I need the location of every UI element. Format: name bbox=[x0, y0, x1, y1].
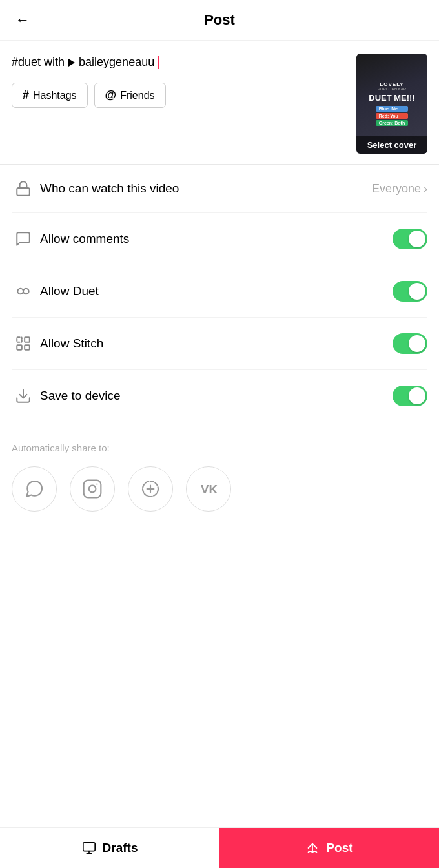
hashtags-button[interactable]: # Hashtags bbox=[12, 83, 88, 108]
thumb-labels: Blue: Me Red: You Green: Both bbox=[376, 106, 408, 126]
allow-comments-label: Allow comments bbox=[40, 232, 393, 246]
allow-stitch-item: Allow Stitch bbox=[12, 318, 427, 370]
caption-left: #duet with baileygeneauu # Hashtags @ Fr… bbox=[12, 54, 349, 108]
bottom-bar: Drafts Post bbox=[0, 827, 439, 868]
story-share-button[interactable] bbox=[128, 466, 173, 512]
toggle-thumb bbox=[409, 388, 425, 404]
save-to-device-label: Save to device bbox=[40, 389, 393, 403]
svg-rect-8 bbox=[84, 480, 101, 498]
stitch-icon bbox=[12, 335, 35, 352]
share-section: Automatically share to: bbox=[0, 422, 439, 524]
thumb-label-red: Red: You bbox=[376, 113, 408, 119]
caption-text[interactable]: #duet with baileygeneauu bbox=[12, 54, 349, 71]
video-thumbnail[interactable]: LOVELY POPCORN KAR DUET ME!!! Blue: Me R… bbox=[356, 54, 427, 154]
thumb-label-green: Green: Both bbox=[376, 120, 408, 126]
thumb-popcorn: POPCORN KAR bbox=[378, 87, 406, 91]
chevron-right-icon: › bbox=[424, 182, 427, 196]
drafts-icon bbox=[82, 841, 96, 855]
allow-comments-item: Allow comments bbox=[12, 213, 427, 265]
svg-rect-3 bbox=[17, 337, 22, 342]
comment-icon bbox=[12, 231, 35, 247]
save-to-device-item: Save to device bbox=[12, 370, 427, 422]
thumb-label-blue: Blue: Me bbox=[376, 106, 408, 112]
drafts-button[interactable]: Drafts bbox=[0, 828, 220, 868]
thumb-duet: DUET ME!!! bbox=[369, 94, 415, 103]
who-can-watch-value: Everyone bbox=[372, 182, 421, 196]
download-icon bbox=[12, 388, 35, 404]
svg-rect-14 bbox=[83, 843, 94, 851]
allow-duet-item: Allow Duet bbox=[12, 265, 427, 318]
select-cover-label[interactable]: Select cover bbox=[356, 136, 427, 154]
lock-icon bbox=[12, 180, 35, 197]
svg-rect-0 bbox=[17, 188, 30, 196]
settings-list: Who can watch this video Everyone › Allo… bbox=[0, 165, 439, 422]
play-icon bbox=[68, 59, 75, 67]
username: baileygeneauu bbox=[79, 54, 154, 71]
thumb-lovely: LOVELY bbox=[380, 81, 403, 87]
who-can-watch-item[interactable]: Who can watch this video Everyone › bbox=[12, 165, 427, 213]
page-title: Post bbox=[204, 12, 235, 28]
back-button[interactable]: ← bbox=[13, 9, 32, 31]
toggle-thumb bbox=[409, 283, 425, 300]
allow-duet-label: Allow Duet bbox=[40, 284, 393, 298]
share-title: Automatically share to: bbox=[12, 442, 427, 453]
friends-label: Friends bbox=[120, 90, 154, 101]
text-cursor bbox=[158, 56, 159, 69]
svg-point-2 bbox=[23, 289, 29, 294]
allow-comments-toggle[interactable] bbox=[393, 229, 427, 249]
post-icon bbox=[305, 841, 320, 855]
tag-buttons: # Hashtags @ Friends bbox=[12, 83, 349, 108]
share-icons: VK bbox=[12, 466, 427, 512]
post-button[interactable]: Post bbox=[220, 828, 439, 868]
instagram-share-button[interactable] bbox=[70, 466, 115, 512]
svg-rect-4 bbox=[25, 337, 30, 342]
svg-rect-5 bbox=[17, 345, 22, 350]
toggle-thumb bbox=[409, 335, 425, 352]
allow-stitch-label: Allow Stitch bbox=[40, 336, 393, 351]
vk-share-button[interactable]: VK bbox=[186, 466, 231, 512]
duet-prefix: #duet with bbox=[12, 54, 65, 71]
toggle-thumb bbox=[409, 231, 425, 247]
whatsapp-share-button[interactable] bbox=[12, 466, 57, 512]
post-label: Post bbox=[326, 841, 352, 855]
friends-button[interactable]: @ Friends bbox=[94, 83, 166, 108]
caption-area: #duet with baileygeneauu # Hashtags @ Fr… bbox=[0, 41, 439, 164]
drafts-label: Drafts bbox=[103, 841, 138, 855]
header: ← Post bbox=[0, 0, 439, 41]
svg-rect-6 bbox=[25, 345, 30, 350]
svg-text:VK: VK bbox=[201, 482, 218, 496]
who-can-watch-label: Who can watch this video bbox=[40, 181, 372, 196]
duet-icon bbox=[12, 283, 35, 300]
allow-duet-toggle[interactable] bbox=[393, 281, 427, 302]
hashtags-label: Hashtags bbox=[33, 90, 77, 101]
at-symbol: @ bbox=[105, 88, 117, 102]
svg-point-1 bbox=[17, 289, 23, 294]
hashtag-symbol: # bbox=[23, 88, 29, 102]
allow-stitch-toggle[interactable] bbox=[393, 333, 427, 354]
save-to-device-toggle[interactable] bbox=[393, 386, 427, 406]
